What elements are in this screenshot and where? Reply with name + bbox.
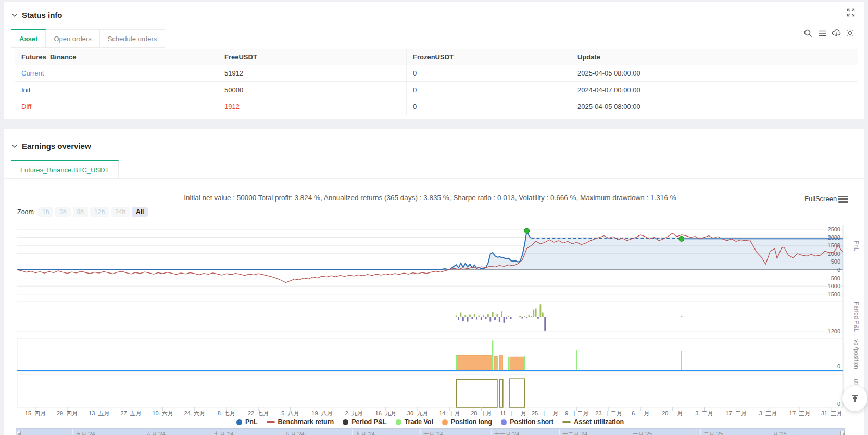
cell-free: 51912 [218, 65, 407, 81]
cloud-download-icon[interactable] [831, 28, 841, 38]
settings-icon[interactable] [845, 28, 855, 38]
navigator-month-label: 十二月 '24 [562, 431, 587, 435]
x-tick-label: 28. 十月 [471, 410, 492, 416]
x-tick-label: 25. 十一月 [532, 410, 558, 416]
fullscreen-button[interactable]: FullScreen [804, 195, 837, 203]
cell-frozen: 0 [407, 82, 571, 98]
navigator-left-handle[interactable] [17, 431, 21, 435]
navigator-gridline [143, 429, 143, 435]
chevron-down-icon[interactable] [11, 144, 18, 148]
tab-schedule-orders[interactable]: Schedule orders [100, 29, 166, 48]
zoom-1h[interactable]: 1h [38, 207, 53, 217]
chart-stats-summary: Initial net value : 50000 Total profit: … [17, 194, 843, 202]
col-header: Update [571, 49, 858, 65]
tab-futures-binance-btc-usdt[interactable]: Futures_Binance.BTC_USDT [11, 160, 119, 179]
x-tick-label: 24. 六月 [184, 410, 205, 416]
line-symbol [267, 421, 275, 423]
navigator-month-label: 十一月 '24 [494, 431, 519, 435]
zoom-all[interactable]: All [132, 207, 148, 217]
utilization-ytick-label: 0 [837, 401, 840, 407]
period-pnl-bar [494, 317, 496, 320]
search-icon[interactable] [803, 29, 813, 38]
status-info-panel: Status info Asset Open orders Schedule o… [4, 2, 864, 119]
legend-item-position-long[interactable]: Position long [442, 418, 492, 426]
period-pnl-bar [519, 316, 521, 317]
x-tick-label: 8. 七月 [218, 410, 235, 416]
period-pnl-bar [544, 317, 546, 331]
asset-table-header: Futures_Binance FreeUSDT FrozenUSDT Upda… [15, 49, 858, 65]
legend-item-pnl[interactable]: PnL [236, 418, 258, 426]
pnl-ytick-label: -1000 [826, 283, 840, 289]
zoom-controls: Zoom 1h 3h 8h 12h 24h All [17, 207, 150, 217]
earnings-chart: 25002000150010005000-500-1000-1500-12000… [0, 221, 868, 435]
period-pnl-bar [542, 313, 544, 317]
period-pnl-bar [467, 317, 469, 322]
cell-update: 2025-04-05 08:00:00 [571, 98, 858, 115]
tabbar-divider [4, 178, 864, 179]
x-tick-label: 17. 二月 [725, 410, 746, 416]
navigator-month-label: 五月 '24 [76, 431, 95, 435]
period-pnl-bar [504, 317, 505, 323]
tab-asset[interactable]: Asset [11, 29, 46, 48]
navigator-month-label: 二月 '25 [703, 431, 723, 435]
x-tick-label: 14. 十月 [439, 410, 460, 416]
navigator-gridline [764, 429, 764, 435]
x-tick-label: 23. 十二月 [595, 410, 622, 416]
menu-icon[interactable] [817, 29, 827, 38]
cell-free: 1912 [224, 103, 240, 110]
x-tick-label: 11. 十一月 [500, 410, 526, 416]
cell-frozen: 0 [407, 65, 571, 81]
navigator-gridline [282, 429, 282, 435]
period-pnl-bar [501, 311, 502, 317]
x-tick-label: 30. 九月 [407, 410, 428, 416]
expand-icon[interactable] [847, 8, 855, 17]
utilization-panel-box [17, 375, 843, 407]
period-pnl-bar [469, 315, 471, 317]
back-to-top-button[interactable] [842, 386, 867, 411]
period-pnl-bar [533, 310, 534, 317]
legend-item-trade-vol[interactable]: Trade Vol [396, 418, 433, 426]
vol-ytick-label: 0 [837, 363, 840, 369]
navigator-right-handle[interactable] [840, 431, 845, 435]
zoom-label: Zoom [17, 208, 34, 216]
navigator-month-label: 六月 '24 [146, 431, 166, 435]
zoom-8h[interactable]: 8h [73, 207, 88, 217]
period-pnl-bar [508, 316, 509, 317]
cell-update: 2025-04-05 08:00:00 [571, 65, 858, 81]
period-pnl-bar [481, 317, 482, 320]
period-pnl-bar [526, 317, 527, 318]
pnl-area [17, 231, 843, 270]
legend-item-benchmark-return[interactable]: Benchmark return [267, 418, 334, 426]
zoom-3h[interactable]: 3h [55, 207, 70, 217]
x-tick-label: 19. 八月 [311, 410, 332, 416]
navigator-gridline [211, 429, 211, 435]
period-pnl-bar [529, 315, 530, 317]
arrow-up-to-top-icon [850, 394, 860, 403]
earnings-overview-title: Earnings overview [22, 142, 91, 151]
navigator-gridline [491, 429, 492, 435]
x-tick-label: 27. 五月 [120, 410, 141, 416]
chart-context-menu-icon[interactable] [838, 196, 848, 203]
cell-update: 2024-04-07 00:00:00 [571, 82, 858, 98]
legend-item-asset-utilization[interactable]: Asset utilization [562, 418, 624, 426]
navigator-gridline [420, 429, 421, 435]
row-label-current[interactable]: Current [21, 69, 44, 77]
circle-symbol [501, 419, 507, 425]
pnl-ytick-label: -1500 [826, 291, 840, 297]
zoom-12h[interactable]: 12h [90, 207, 109, 217]
navigator-gridline [630, 429, 630, 435]
legend-item-position-short[interactable]: Position short [501, 418, 553, 426]
legend-label: Asset utilization [574, 418, 624, 426]
circle-symbol [442, 419, 448, 425]
chart-navigator[interactable]: 五月 '24六月 '24七月 '24八月 '24九月 '24十月 '24十一月 … [16, 428, 845, 435]
period-pnl-bar [540, 304, 542, 317]
circle-symbol [236, 419, 242, 425]
period-pnl-bar [487, 314, 489, 317]
zoom-24h[interactable]: 24h [111, 207, 130, 217]
chevron-down-icon[interactable] [11, 13, 18, 17]
legend-item-period-p-l[interactable]: Period P&L [343, 418, 386, 426]
tab-open-orders[interactable]: Open orders [46, 29, 99, 48]
period-pnl-bar [476, 317, 477, 320]
period-pnl-bar [537, 317, 539, 319]
navigator-gridline [559, 429, 560, 435]
